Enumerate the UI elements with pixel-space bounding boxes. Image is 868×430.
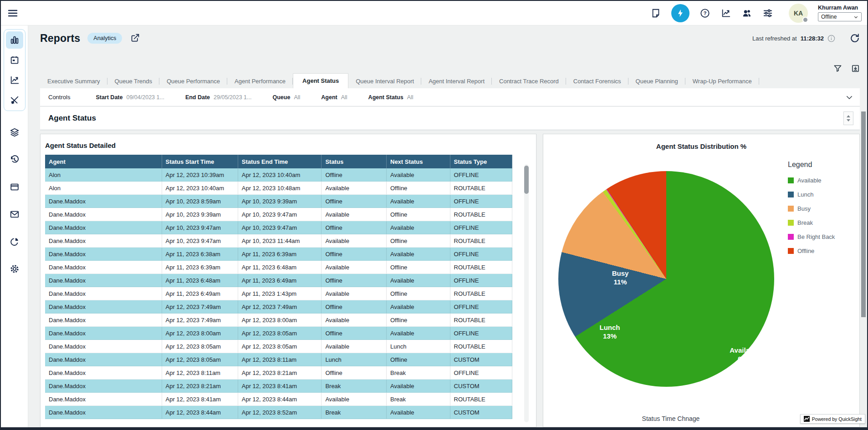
table-row[interactable]: Dane.Maddox Apr 11, 2023 6:49am Apr 11, … bbox=[45, 287, 512, 300]
avatar[interactable]: KA bbox=[789, 4, 808, 23]
app-window: ? KA Khurram Awan Offline bbox=[0, 0, 868, 430]
download-icon[interactable] bbox=[851, 64, 860, 73]
sheet-stepper[interactable] bbox=[843, 111, 853, 125]
tab[interactable]: Queue Performance bbox=[159, 75, 227, 88]
user-name: Khurram Awan bbox=[818, 5, 858, 11]
table-row[interactable]: Dane.Maddox Apr 12, 2023 8:00am Apr 12, … bbox=[45, 327, 512, 340]
sheet-header: Agent Status bbox=[40, 106, 860, 130]
legend-swatch bbox=[788, 206, 794, 212]
legend-swatch bbox=[788, 220, 794, 226]
table-row[interactable]: Dane.Maddox Apr 12, 2023 8:05am Apr 12, … bbox=[45, 353, 512, 366]
table-row[interactable]: Dane.Maddox Apr 12, 2023 8:11am Apr 12, … bbox=[45, 366, 512, 379]
table-row[interactable]: Alon Apr 12, 2023 10:40am Apr 12, 2023 1… bbox=[45, 182, 512, 195]
table-row[interactable]: Dane.Maddox Apr 12, 2023 8:44am Apr 12, … bbox=[45, 406, 512, 419]
table-title: Agent Status Detailed bbox=[45, 142, 536, 149]
column-header[interactable]: Status Start Time bbox=[162, 155, 238, 168]
legend-swatch bbox=[788, 234, 794, 240]
sidebar-analytics-group bbox=[4, 29, 26, 111]
filter-control[interactable]: Start Date 09/04/2023 1... bbox=[96, 94, 164, 101]
table-row[interactable]: Dane.Maddox Apr 12, 2023 8:41am Apr 12, … bbox=[45, 393, 512, 406]
last-refreshed-label: Last refreshed at bbox=[752, 35, 797, 42]
sidebar-item-line-chart[interactable] bbox=[6, 71, 23, 89]
help-icon[interactable]: ? bbox=[700, 8, 710, 19]
table-row[interactable]: Dane.Maddox Apr 10, 2023 8:59am Apr 10, … bbox=[45, 195, 512, 208]
analytics-badge: Analytics bbox=[87, 33, 122, 44]
legend-item[interactable]: Be Right Back bbox=[788, 233, 835, 240]
table-scrollbar[interactable] bbox=[524, 164, 529, 422]
svg-text:?: ? bbox=[704, 10, 707, 16]
tab[interactable]: Agent Performance bbox=[227, 75, 293, 88]
legend-swatch bbox=[788, 192, 794, 197]
filter-icon[interactable] bbox=[833, 64, 842, 73]
tab[interactable]: Agent Status bbox=[293, 73, 348, 88]
info-icon[interactable] bbox=[827, 35, 835, 42]
table-row[interactable]: Dane.Maddox Apr 10, 2023 9:47am Apr 10, … bbox=[45, 234, 512, 248]
menu-icon[interactable] bbox=[6, 7, 19, 20]
table-row[interactable]: Dane.Maddox Apr 12, 2023 8:21am Apr 12, … bbox=[45, 379, 512, 393]
filter-control[interactable]: Agent All bbox=[321, 94, 347, 101]
tab[interactable]: Queue Planning bbox=[628, 75, 685, 88]
sidebar-item-window[interactable] bbox=[6, 178, 23, 196]
quicksight-logo-icon bbox=[804, 416, 810, 422]
table-row[interactable]: Dane.Maddox Apr 11, 2023 6:39am Apr 11, … bbox=[45, 261, 512, 274]
column-header[interactable]: Status End Time bbox=[238, 155, 322, 168]
legend-item[interactable]: Busy bbox=[788, 205, 835, 212]
tab[interactable]: Queue Interval Report bbox=[348, 75, 421, 88]
controls-label: Controls bbox=[48, 94, 70, 101]
sidebar-item-history[interactable] bbox=[6, 151, 23, 168]
clipped-row bbox=[45, 419, 512, 427]
agent-status-table-card: Agent Status Detailed AgentStatus Start … bbox=[40, 134, 536, 427]
legend-item[interactable]: Lunch bbox=[788, 191, 835, 198]
legend-item[interactable]: Available bbox=[788, 177, 835, 184]
table-row[interactable]: Dane.Maddox Apr 12, 2023 8:05am Apr 12, … bbox=[45, 340, 512, 353]
tab[interactable]: Agent Interval Report bbox=[421, 75, 492, 88]
pie-chart-card: Agent Status Distribution % Busy 11% Lun… bbox=[543, 134, 860, 427]
sidebar-item-calendar[interactable] bbox=[6, 51, 23, 69]
contacts-icon[interactable] bbox=[741, 8, 752, 19]
column-header[interactable]: Status bbox=[322, 155, 387, 168]
preferences-icon[interactable] bbox=[762, 8, 773, 19]
report-tabs: Executive Summary Queue Trends Queue Per… bbox=[40, 75, 860, 88]
filter-control[interactable]: Agent Status All bbox=[368, 94, 414, 101]
sidebar-item-settings[interactable] bbox=[6, 260, 23, 278]
table-row[interactable]: Dane.Maddox Apr 10, 2023 9:47am Apr 10, … bbox=[45, 221, 512, 234]
chevron-down-icon bbox=[853, 15, 858, 20]
chart-caption: Status Time Chnage bbox=[543, 415, 798, 422]
powered-by-quicksight[interactable]: Powered by QuickSight bbox=[800, 414, 865, 424]
table-row[interactable]: Dane.Maddox Apr 12, 2023 7:49am Apr 12, … bbox=[45, 314, 512, 327]
flash-icon[interactable] bbox=[671, 4, 689, 22]
note-icon[interactable] bbox=[650, 8, 661, 19]
tab[interactable]: Contract Trace Record bbox=[492, 75, 566, 88]
tab[interactable]: Wrap-Up Performance bbox=[685, 75, 759, 88]
refresh-icon[interactable] bbox=[850, 33, 860, 43]
table-row[interactable]: Dane.Maddox Apr 11, 2023 6:38am Apr 11, … bbox=[45, 248, 512, 261]
tab[interactable]: Queue Trends bbox=[107, 75, 159, 88]
collapse-chevron-icon[interactable] bbox=[845, 93, 853, 101]
sidebar-item-design[interactable] bbox=[6, 91, 23, 109]
filter-control[interactable]: End Date 29/05/2023 1... bbox=[185, 94, 252, 101]
sidebar-item-mail[interactable] bbox=[6, 206, 23, 223]
legend-item[interactable]: Offline bbox=[788, 248, 835, 254]
column-header[interactable]: Next Status bbox=[387, 155, 450, 168]
column-header[interactable]: Agent bbox=[45, 155, 162, 168]
tab[interactable]: Executive Summary bbox=[40, 75, 107, 88]
sidebar-item-pie-chart[interactable] bbox=[6, 233, 23, 250]
status-select[interactable]: Offline bbox=[818, 12, 862, 21]
table-row[interactable]: Dane.Maddox Apr 12, 2023 7:49am Apr 12, … bbox=[45, 300, 512, 314]
pie[interactable] bbox=[558, 171, 774, 387]
tab[interactable]: Contact Forensics bbox=[566, 75, 628, 88]
legend-swatch bbox=[788, 177, 794, 183]
sidebar-item-bar-chart[interactable] bbox=[6, 31, 23, 49]
controls-bar: Controls Start Date 09/04/2023 1... End … bbox=[40, 88, 860, 106]
table-row[interactable]: Dane.Maddox Apr 10, 2023 9:39am Apr 10, … bbox=[45, 208, 512, 221]
page-scrollbar[interactable] bbox=[861, 111, 866, 424]
sidebar-item-layers[interactable] bbox=[6, 124, 23, 141]
table-row[interactable]: Dane.Maddox Apr 11, 2023 6:48am Apr 11, … bbox=[45, 274, 512, 287]
metrics-icon[interactable] bbox=[720, 8, 731, 19]
table-row[interactable]: Alon Apr 12, 2023 10:39am Apr 12, 2023 1… bbox=[45, 168, 512, 182]
main-content: Reports Analytics Last refreshed at 11:2… bbox=[28, 25, 867, 427]
filter-control[interactable]: Queue All bbox=[272, 94, 300, 101]
external-link-icon[interactable] bbox=[130, 33, 140, 43]
legend-item[interactable]: Break bbox=[788, 219, 835, 226]
column-header[interactable]: Status Type bbox=[450, 155, 512, 168]
